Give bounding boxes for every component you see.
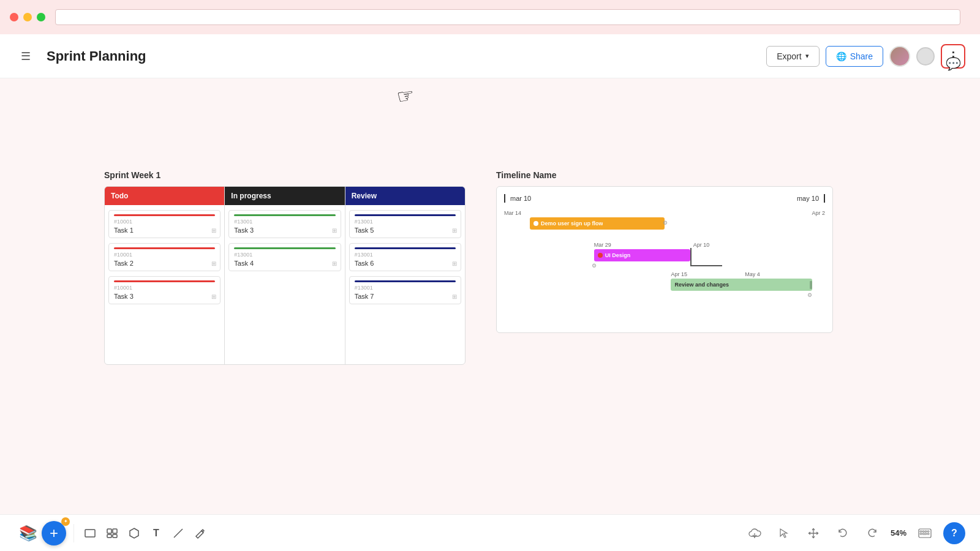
card-menu-icon[interactable]: ⊞ xyxy=(452,227,457,234)
sprint-board: Sprint Week 1 Todo #10001 Task 1 ⊞ #1000… xyxy=(104,170,466,365)
svg-rect-0 xyxy=(85,530,95,537)
kanban-card[interactable]: #10001 Task 1 ⊞ xyxy=(108,210,221,238)
cursor-icon xyxy=(778,528,790,539)
menu-button[interactable]: ☰ xyxy=(15,45,37,67)
card-menu-icon[interactable]: ⊞ xyxy=(211,260,216,267)
cloud-sync-button[interactable] xyxy=(744,522,766,544)
svg-rect-13 xyxy=(920,533,922,534)
export-label: Export xyxy=(777,51,801,61)
kanban-header-review: Review xyxy=(345,187,465,205)
pencil-tool[interactable] xyxy=(189,522,211,544)
svg-rect-1 xyxy=(107,529,111,533)
share-button[interactable]: 🌐 Share xyxy=(826,46,883,67)
avatar-image xyxy=(891,47,909,66)
tl-resize-handle[interactable] xyxy=(810,281,812,289)
svg-rect-12 xyxy=(927,531,929,532)
header-actions: Export ▾ 🌐 Share ⋮ xyxy=(766,44,965,69)
tl-label-3: Review and changes xyxy=(674,282,729,288)
svg-rect-9 xyxy=(920,531,922,532)
sprint-title: Sprint Week 1 xyxy=(104,170,466,180)
undo-button[interactable] xyxy=(832,522,854,544)
url-bar[interactable] xyxy=(55,9,960,25)
kanban-card[interactable]: #13001 Task 5 ⊞ xyxy=(349,210,461,238)
card-menu-icon[interactable]: ⊞ xyxy=(452,293,457,300)
minimize-dot[interactable] xyxy=(23,13,32,21)
toolbar-right: 54% ? xyxy=(744,522,965,544)
card-menu-icon[interactable]: ⊞ xyxy=(332,260,337,267)
question-mark-icon: ? xyxy=(951,528,957,539)
kanban-card[interactable]: #10001 Task 2 ⊞ xyxy=(108,243,221,271)
line-tool[interactable] xyxy=(167,522,189,544)
chat-button[interactable]: 💬 xyxy=(941,51,965,76)
tl-settings-2: ⚙ xyxy=(592,263,597,269)
svg-rect-4 xyxy=(113,534,117,538)
move-tool[interactable] xyxy=(802,522,824,544)
keyboard-icon xyxy=(918,528,932,538)
tl-bar-1[interactable]: Demo user sign up flow xyxy=(530,217,665,230)
window-controls xyxy=(10,13,45,21)
text-tool[interactable]: T xyxy=(145,522,167,544)
timeline-widget: Timeline Name mar 10 may 10 Mar 14 xyxy=(496,170,833,333)
tl-connector-h xyxy=(690,265,722,266)
share-label: Share xyxy=(850,51,873,61)
avatar-secondary[interactable] xyxy=(916,47,935,66)
maximize-dot[interactable] xyxy=(37,13,45,21)
avatar[interactable] xyxy=(889,46,910,67)
tl-bar-3[interactable]: Review and changes xyxy=(671,279,812,291)
kanban-header-inprogress: In progress xyxy=(225,187,344,205)
keyboard-shortcuts-button[interactable] xyxy=(914,522,936,544)
timeline-row-2: Mar 29 Apr 10 UI Design ⚙ xyxy=(504,242,825,263)
kanban-card[interactable]: #13001 Task 3 ⊞ xyxy=(228,210,341,238)
svg-rect-10 xyxy=(922,531,924,532)
svg-line-6 xyxy=(174,529,183,538)
tl-bar-container-3: Review and changes ⚙ xyxy=(504,279,825,292)
hexagon-tool[interactable] xyxy=(123,522,145,544)
card-menu-icon[interactable]: ⊞ xyxy=(332,227,337,234)
timeline-title: Timeline Name xyxy=(496,170,833,180)
move-icon xyxy=(807,527,820,539)
logo-icon: 📚 xyxy=(15,520,42,547)
help-button[interactable]: ? xyxy=(943,522,965,544)
select-tool[interactable] xyxy=(773,522,795,544)
redo-button[interactable] xyxy=(861,522,883,544)
globe-icon: 🌐 xyxy=(836,51,846,61)
books-icon: 📚 xyxy=(19,525,37,542)
canvas: Sprint Week 1 Todo #10001 Task 1 ⊞ #1000… xyxy=(0,78,980,551)
toolbar-separator xyxy=(74,524,74,542)
timeline-header: mar 10 may 10 xyxy=(504,194,825,203)
timeline-row-1: Mar 14 Apr 2 Demo user sign up flow ⚙ xyxy=(504,210,825,231)
card-menu-icon[interactable]: ⊞ xyxy=(211,293,216,300)
card-icon xyxy=(106,527,118,539)
close-dot[interactable] xyxy=(10,13,18,21)
zoom-level: 54% xyxy=(891,528,907,538)
kanban-col-inprogress: In progress #13001 Task 3 ⊞ #13001 Task … xyxy=(225,187,345,364)
svg-rect-14 xyxy=(922,533,927,534)
undo-icon xyxy=(837,528,848,539)
kanban-header-todo: Todo xyxy=(105,187,224,205)
page-title: Sprint Planning xyxy=(47,48,756,64)
tl-bar-2[interactable]: UI Design xyxy=(594,249,690,261)
tl-start-label-1: Mar 14 xyxy=(504,210,521,216)
kanban-card[interactable]: #13001 Task 7 ⊞ xyxy=(349,276,461,304)
svg-marker-5 xyxy=(130,528,138,538)
chat-icon: 💬 xyxy=(946,56,961,71)
card-tool[interactable] xyxy=(101,522,123,544)
pencil-icon xyxy=(194,527,206,539)
bottom-toolbar: 📚 ✦ + T xyxy=(0,514,980,551)
export-button[interactable]: Export ▾ xyxy=(766,46,819,67)
kanban-card[interactable]: #10001 Task 3 ⊞ xyxy=(108,276,221,304)
kanban-card[interactable]: #13001 Task 6 ⊞ xyxy=(349,243,461,271)
card-menu-icon[interactable]: ⊞ xyxy=(452,260,457,267)
timeline-start-date: mar 10 xyxy=(504,194,531,203)
title-bar xyxy=(0,0,980,34)
tl-bar-container-2: UI Design ⚙ xyxy=(504,249,825,263)
timeline-end-date: may 10 xyxy=(797,194,825,203)
tl-bar-container-1: Demo user sign up flow ⚙ xyxy=(504,217,825,231)
header: ☰ Sprint Planning Export ▾ 🌐 Share ⋮ xyxy=(0,34,980,78)
card-menu-icon[interactable]: ⊞ xyxy=(211,227,216,234)
rectangle-tool[interactable] xyxy=(79,522,101,544)
tl-label-1: Demo user sign up flow xyxy=(541,220,603,227)
redo-icon xyxy=(867,528,878,539)
kanban-card[interactable]: #13001 Task 4 ⊞ xyxy=(228,243,341,271)
chevron-down-icon: ▾ xyxy=(805,52,809,60)
